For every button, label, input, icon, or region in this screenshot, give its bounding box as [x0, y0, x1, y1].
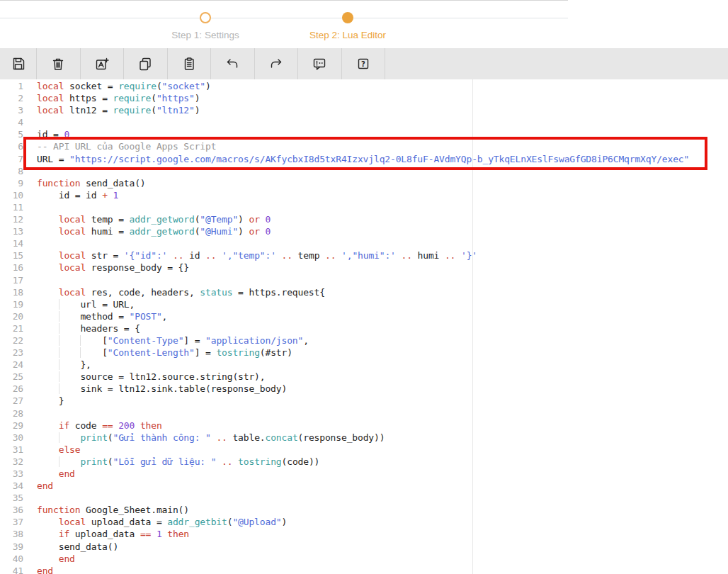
- code-line[interactable]: 23 ["Content-Length"] = tostring(#str): [0, 347, 728, 359]
- code-line[interactable]: 40 end: [0, 553, 728, 565]
- code-line-content: function Google_Sheet.main(): [23, 504, 189, 516]
- line-number: 33: [0, 468, 23, 480]
- code-line[interactable]: 8: [0, 165, 728, 177]
- line-number: 23: [0, 347, 23, 359]
- undo-button[interactable]: [211, 48, 255, 79]
- line-number: 32: [0, 456, 23, 468]
- line-number: 18: [0, 286, 23, 298]
- code-line[interactable]: 4: [0, 116, 728, 128]
- code-line[interactable]: 30 print("Gửi thành công: " .. table.con…: [0, 432, 728, 444]
- line-number: 17: [0, 274, 23, 286]
- step1-label[interactable]: Step 1: Settings: [127, 30, 283, 40]
- line-number: 34: [0, 480, 23, 492]
- code-line-content: function send_data(): [23, 177, 146, 189]
- code-line[interactable]: 35: [0, 492, 728, 504]
- code-line[interactable]: 26 sink = ltn12.sink.table(response_body…: [0, 383, 728, 395]
- code-line[interactable]: 15 local str = '{"id":' .. id .. ',"temp…: [0, 249, 728, 261]
- line-number: 24: [0, 359, 23, 371]
- code-line-content: source = ltn12.source.string(str),: [23, 371, 265, 383]
- code-line[interactable]: 36function Google_Sheet.main(): [0, 504, 728, 516]
- code-line[interactable]: 19 url = URL,: [0, 298, 728, 310]
- code-line-content: [23, 274, 37, 286]
- code-line-content: local response_body = {}: [23, 261, 189, 274]
- wizard-stepper: Step 1: Settings Step 2: Lua Editor: [0, 0, 728, 48]
- code-line[interactable]: 34end: [0, 480, 728, 492]
- line-number: 37: [0, 516, 23, 528]
- line-number: 36: [0, 504, 23, 516]
- line-number: 27: [0, 395, 23, 407]
- code-line[interactable]: 21 headers = {: [0, 322, 728, 334]
- line-number: 31: [0, 444, 23, 456]
- font-add-button[interactable]: [81, 48, 125, 79]
- code-line[interactable]: 14: [0, 237, 728, 249]
- code-line[interactable]: 28: [0, 407, 728, 420]
- code-line[interactable]: 10 id = id + 1: [0, 189, 728, 201]
- code-line-content: else: [23, 444, 80, 456]
- code-line-content: local res, code, headers, status = https…: [23, 286, 325, 298]
- code-line[interactable]: 39 send_data(): [0, 541, 728, 553]
- code-line[interactable]: 22 ["Content-Type"] = "application/json"…: [0, 334, 728, 347]
- line-number: 10: [0, 189, 23, 201]
- step1-circle-icon[interactable]: [200, 12, 211, 23]
- code-line-content: id = id + 1: [23, 189, 118, 201]
- code-line-content: [23, 407, 37, 420]
- code-line[interactable]: 41end: [0, 565, 728, 574]
- code-line[interactable]: 9function send_data(): [0, 177, 728, 189]
- paste-icon: [181, 56, 197, 72]
- step2-label[interactable]: Step 2: Lua Editor: [270, 30, 426, 40]
- editor-toolbar: ?: [0, 48, 728, 79]
- comment-button[interactable]: [298, 48, 342, 79]
- code-line[interactable]: 33 end: [0, 468, 728, 480]
- code-line-content: ["Content-Type"] = "application/json",: [23, 334, 309, 347]
- delete-button[interactable]: [37, 48, 81, 79]
- code-line[interactable]: 29 if code == 200 then: [0, 420, 728, 432]
- save-icon: [11, 56, 26, 72]
- code-area[interactable]: 1local socket = require("socket")2local …: [0, 79, 728, 574]
- code-line[interactable]: 38 if upload_data == 1 then: [0, 528, 728, 540]
- code-line[interactable]: 24 },: [0, 359, 728, 371]
- code-line[interactable]: 1local socket = require("socket"): [0, 80, 728, 92]
- code-line[interactable]: 31 else: [0, 444, 728, 456]
- line-number: 40: [0, 553, 23, 565]
- code-line[interactable]: 5id = 0: [0, 128, 728, 140]
- code-line[interactable]: 3local ltn12 = require("ltn12"): [0, 104, 728, 116]
- help-button[interactable]: ?: [342, 48, 386, 79]
- code-line-content: local upload_data = addr_getbit("@Upload…: [23, 516, 287, 528]
- redo-button[interactable]: [255, 48, 299, 79]
- code-line[interactable]: 16 local response_body = {}: [0, 261, 728, 274]
- paste-button[interactable]: [168, 48, 212, 79]
- code-line-content: local socket = require("socket"): [23, 80, 211, 92]
- code-line[interactable]: 6-- API URL của Google Apps Script: [0, 140, 728, 152]
- line-number: 20: [0, 310, 23, 322]
- code-line[interactable]: 20 method = "POST",: [0, 310, 728, 322]
- code-line[interactable]: 12 local temp = addr_getword("@Temp") or…: [0, 213, 728, 225]
- line-number: 2: [0, 92, 23, 104]
- code-line[interactable]: 11: [0, 201, 728, 213]
- copy-icon: [137, 56, 153, 72]
- copy-button[interactable]: [124, 48, 168, 79]
- code-line-content: URL = "https://script.google.com/macros/…: [23, 153, 689, 165]
- code-line-content: end: [23, 468, 75, 480]
- code-line[interactable]: 27 }: [0, 395, 728, 407]
- line-number: 3: [0, 104, 23, 116]
- code-line-content: sink = ltn12.sink.table(response_body): [23, 383, 287, 395]
- code-line[interactable]: 37 local upload_data = addr_getbit("@Upl…: [0, 516, 728, 528]
- top-divider: [0, 0, 568, 1]
- code-line-content: send_data(): [23, 541, 118, 553]
- code-line-content: if upload_data == 1 then: [23, 528, 189, 540]
- code-line[interactable]: 18 local res, code, headers, status = ht…: [0, 286, 728, 298]
- code-line-content: end: [23, 480, 53, 492]
- code-line[interactable]: 13 local humi = addr_getword("@Humi") or…: [0, 225, 728, 237]
- code-line[interactable]: 25 source = ltn12.source.string(str),: [0, 371, 728, 383]
- line-number: 30: [0, 432, 23, 444]
- lua-code-editor[interactable]: 1local socket = require("socket")2local …: [0, 79, 728, 574]
- save-button[interactable]: [0, 48, 37, 79]
- code-line-content: print("Gửi thành công: " .. table.concat…: [23, 432, 385, 444]
- code-line[interactable]: 17: [0, 274, 728, 286]
- step2-circle-icon[interactable]: [342, 12, 353, 23]
- code-line[interactable]: 2local https = require("https"): [0, 92, 728, 104]
- line-number: 25: [0, 371, 23, 383]
- code-line[interactable]: 7URL = "https://script.google.com/macros…: [0, 153, 728, 165]
- lua-editor-window: { "colors": { "kw": "#c94034", "str": "#…: [0, 0, 728, 574]
- code-line[interactable]: 32 print("Lỗi gửi dữ liệu: " .. tostring…: [0, 456, 728, 468]
